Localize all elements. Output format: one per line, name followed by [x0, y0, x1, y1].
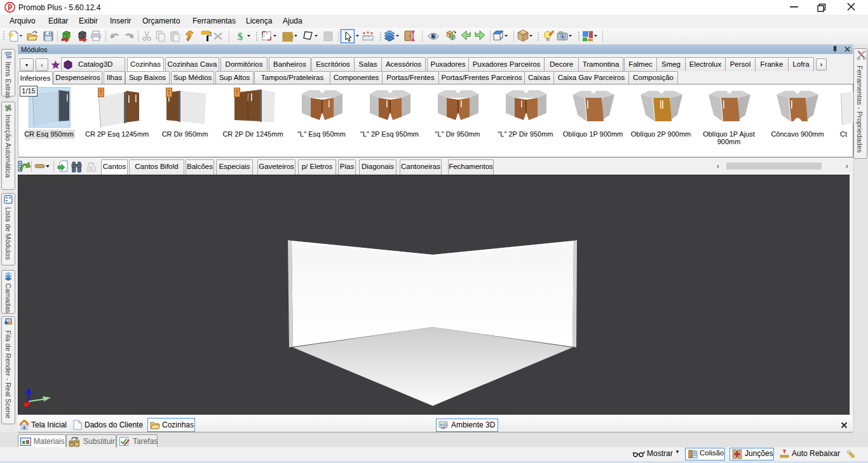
svg-text:$: $ [238, 30, 243, 43]
